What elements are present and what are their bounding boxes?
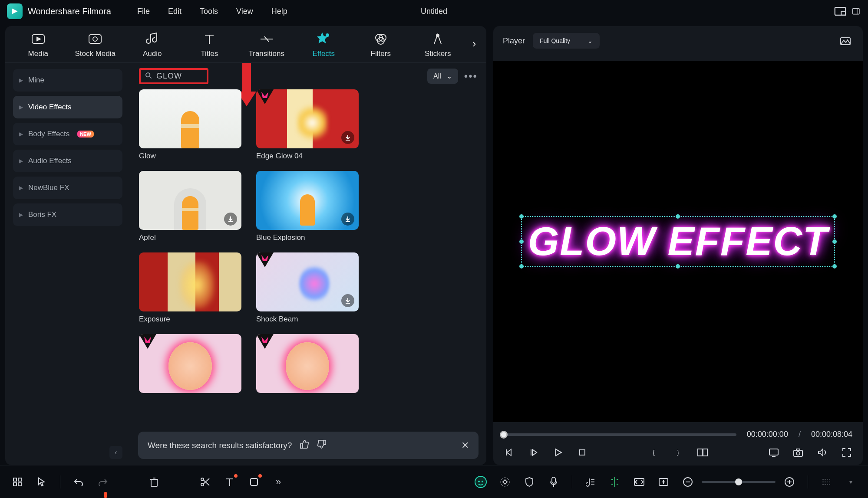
step-back-button[interactable] (528, 447, 539, 458)
effect-card[interactable]: Shock Beam (256, 252, 359, 324)
zoom-out-button[interactable] (682, 476, 694, 488)
effect-thumbnail[interactable] (256, 252, 359, 311)
zoom-in-button[interactable] (783, 476, 795, 488)
effect-thumbnail[interactable] (139, 334, 241, 393)
play-button[interactable] (552, 447, 564, 458)
menu-edit[interactable]: Edit (168, 7, 182, 16)
pointer-tool-icon[interactable] (36, 476, 48, 488)
menu-file[interactable]: File (137, 7, 150, 16)
download-button[interactable] (224, 213, 237, 226)
filter-dropdown[interactable]: All ⌄ (427, 69, 458, 84)
effect-card[interactable]: Edge Glow 04 (256, 89, 359, 161)
snapshot-button[interactable] (838, 34, 853, 47)
scrubber-thumb[interactable] (500, 431, 508, 439)
delete-button[interactable] (148, 476, 160, 488)
marker-button[interactable] (609, 476, 621, 488)
mic-button[interactable] (548, 476, 560, 488)
effect-thumbnail[interactable] (256, 171, 359, 230)
effect-card[interactable]: Exposure (139, 252, 241, 324)
effect-card[interactable] (256, 334, 359, 393)
effect-card[interactable]: Apfel (139, 171, 241, 242)
thumbs-up-button[interactable] (300, 439, 309, 451)
stop-button[interactable] (577, 447, 588, 458)
toolbar-overflow-button[interactable]: » (272, 476, 284, 488)
quality-dropdown[interactable]: Full Quality ⌄ (533, 33, 600, 49)
download-button[interactable] (341, 131, 354, 144)
split-button[interactable] (199, 476, 211, 488)
timeline-options-dropdown[interactable]: ▾ (845, 476, 857, 488)
tab-effects[interactable]: Effects (295, 32, 353, 58)
timeline-layout-button[interactable] (820, 476, 832, 488)
effect-thumbnail[interactable] (139, 171, 241, 230)
sidebar-item-mine[interactable]: ▶ Mine (13, 69, 122, 92)
menu-tools[interactable]: Tools (200, 7, 218, 16)
preview-viewport[interactable]: GLOW EFFECT (493, 61, 863, 422)
search-box[interactable] (139, 68, 208, 84)
compare-view-button[interactable] (697, 447, 708, 458)
export-frame-button[interactable] (657, 476, 670, 488)
resize-handle[interactable] (832, 264, 837, 269)
zoom-slider[interactable] (702, 481, 776, 483)
undo-button[interactable] (73, 476, 85, 488)
scrubber[interactable] (504, 433, 736, 436)
effect-thumbnail[interactable] (139, 89, 241, 148)
effect-thumbnail[interactable] (256, 334, 359, 393)
tab-stickers[interactable]: Stickers (409, 32, 467, 58)
prev-frame-button[interactable] (504, 447, 515, 458)
text-tool-button[interactable] (224, 476, 236, 488)
ai-assistant-button[interactable] (475, 476, 487, 488)
resize-handle[interactable] (519, 264, 524, 269)
tab-filters[interactable]: Filters (352, 32, 409, 58)
fullscreen-button[interactable] (841, 447, 852, 458)
tab-media[interactable]: Media (10, 32, 67, 58)
mark-in-button[interactable]: { (648, 447, 660, 458)
sidebar-item-body-effects[interactable]: ▶ Body Effects NEW (13, 123, 122, 145)
tab-audio[interactable]: Audio (124, 32, 181, 58)
panel-sidebar-icon[interactable] (852, 7, 861, 16)
menu-help[interactable]: Help (271, 7, 287, 16)
redo-button[interactable] (97, 476, 109, 488)
resize-handle[interactable] (519, 239, 524, 244)
sidebar-item-video-effects[interactable]: ▶ Video Effects (13, 96, 122, 118)
audio-track-button[interactable] (584, 476, 597, 488)
resize-handle[interactable] (519, 214, 524, 219)
volume-button[interactable] (817, 447, 828, 458)
effect-card[interactable]: Blue Explosion (256, 171, 359, 242)
more-options-button[interactable]: ••• (464, 71, 478, 82)
tab-titles[interactable]: Titles (181, 32, 238, 58)
search-icon (145, 72, 152, 81)
resize-handle[interactable] (832, 239, 837, 244)
close-feedback-button[interactable]: ✕ (461, 440, 469, 451)
resize-handle[interactable] (832, 214, 837, 219)
tab-transitions[interactable]: Transitions (238, 32, 295, 58)
display-settings-button[interactable] (768, 447, 779, 458)
rotate-handle[interactable] (676, 214, 680, 219)
tabs-overflow-button[interactable]: › (466, 37, 482, 58)
sidebar-item-boris-fx[interactable]: ▶ Boris FX (13, 203, 122, 226)
camera-button[interactable] (792, 447, 804, 458)
effects-scroll[interactable]: GlowEdge Glow 04ApfelBlue ExplosionExpos… (130, 89, 486, 465)
download-button[interactable] (341, 294, 354, 307)
sidebar-item-newblue-fx[interactable]: ▶ NewBlue FX (13, 177, 122, 199)
mark-out-button[interactable]: } (673, 447, 684, 458)
shield-button[interactable] (523, 476, 535, 488)
zoom-thumb[interactable] (735, 478, 742, 485)
widgets-icon[interactable] (11, 476, 23, 488)
sidebar-item-audio-effects[interactable]: ▶ Audio Effects (13, 150, 122, 172)
effect-thumbnail[interactable] (139, 252, 241, 311)
tab-stock-media[interactable]: Stock Media (67, 32, 124, 58)
effect-card[interactable] (139, 334, 241, 393)
collapse-sidebar-button[interactable]: ‹ (109, 446, 122, 459)
effect-thumbnail[interactable] (256, 89, 359, 148)
effect-card[interactable]: Glow (139, 89, 241, 161)
resize-handle[interactable] (676, 264, 680, 269)
fit-button[interactable] (633, 476, 645, 488)
menu-view[interactable]: View (236, 7, 253, 16)
layout-toggle-icon[interactable] (834, 7, 846, 16)
selection-box[interactable]: GLOW EFFECT (521, 216, 835, 267)
crop-button[interactable] (248, 476, 260, 488)
download-button[interactable] (341, 213, 354, 226)
keyframes-button[interactable] (499, 476, 511, 488)
search-input[interactable] (156, 72, 201, 81)
thumbs-down-button[interactable] (317, 439, 327, 451)
